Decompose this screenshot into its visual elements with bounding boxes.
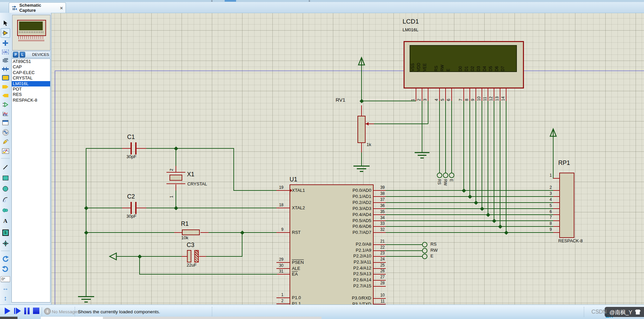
schematic-canvas[interactable]: LCD1 LM016L U1 X1 CRYSTAL C1 30pF C2 30p… bbox=[0, 0, 644, 305]
wire[interactable] bbox=[386, 244, 422, 245]
pin[interactable] bbox=[122, 148, 131, 149]
device-item-selected[interactable]: LM016L bbox=[12, 81, 50, 86]
pin[interactable] bbox=[416, 88, 416, 101]
wire[interactable] bbox=[361, 65, 362, 101]
pot-body[interactable] bbox=[357, 116, 366, 143]
capacitor-plate[interactable] bbox=[135, 202, 137, 214]
pin[interactable] bbox=[374, 214, 386, 215]
crystal-plate[interactable] bbox=[166, 183, 185, 184]
wire[interactable] bbox=[86, 148, 86, 297]
wire[interactable] bbox=[422, 101, 422, 152]
wire[interactable] bbox=[386, 214, 553, 215]
junction-dot-mode-button[interactable] bbox=[1, 39, 10, 47]
graph-mode-button[interactable] bbox=[1, 100, 10, 109]
signal-terminal-e[interactable] bbox=[422, 254, 427, 259]
pin[interactable] bbox=[137, 148, 146, 149]
pin[interactable] bbox=[374, 202, 386, 203]
device-item[interactable]: CAP-ELEC bbox=[12, 70, 50, 75]
2d-circle-button[interactable] bbox=[1, 184, 10, 193]
overview-preview[interactable] bbox=[12, 15, 50, 50]
power-terminal[interactable] bbox=[357, 57, 366, 66]
crystal-body[interactable] bbox=[169, 175, 182, 181]
wire[interactable] bbox=[494, 101, 494, 221]
pin[interactable] bbox=[277, 274, 290, 275]
pin[interactable] bbox=[553, 232, 559, 233]
rp1-body[interactable] bbox=[559, 173, 574, 238]
selection-mode-button[interactable] bbox=[1, 19, 10, 28]
pin[interactable] bbox=[422, 88, 422, 101]
wire[interactable] bbox=[553, 136, 554, 179]
signal-terminal-rs[interactable] bbox=[422, 242, 427, 247]
capacitor-plate[interactable] bbox=[130, 202, 132, 214]
wire[interactable] bbox=[361, 101, 416, 101]
flip-vertical-button[interactable]: ↕ bbox=[1, 294, 10, 303]
wire[interactable] bbox=[146, 208, 276, 208]
device-item[interactable]: AT89C51 bbox=[12, 59, 50, 64]
wire[interactable] bbox=[506, 101, 506, 233]
pin[interactable] bbox=[176, 184, 176, 190]
pin[interactable] bbox=[553, 208, 559, 209]
cap-elec-plate[interactable] bbox=[187, 250, 191, 262]
wire[interactable] bbox=[139, 274, 277, 275]
wire[interactable] bbox=[176, 190, 176, 208]
wire[interactable] bbox=[469, 101, 470, 197]
device-pin-mode-button[interactable] bbox=[1, 91, 10, 100]
pin[interactable] bbox=[122, 208, 131, 208]
pin[interactable] bbox=[463, 88, 464, 101]
pin[interactable] bbox=[451, 88, 452, 101]
wire[interactable] bbox=[386, 202, 553, 203]
voltage-probe-mode-button[interactable] bbox=[1, 137, 10, 146]
wire[interactable] bbox=[374, 123, 428, 124]
2d-closed-path-button[interactable] bbox=[1, 206, 10, 215]
wire[interactable] bbox=[242, 232, 242, 257]
pin[interactable] bbox=[276, 262, 290, 263]
wire[interactable] bbox=[439, 101, 440, 173]
wire[interactable] bbox=[86, 148, 122, 149]
play-button[interactable] bbox=[5, 308, 10, 314]
signal-terminal-rw[interactable] bbox=[422, 248, 427, 253]
pin[interactable] bbox=[445, 88, 446, 101]
wire[interactable] bbox=[482, 101, 482, 209]
wire[interactable] bbox=[386, 190, 553, 191]
device-item[interactable]: RESPACK-8 bbox=[12, 98, 50, 103]
2d-symbol-button[interactable]: S bbox=[1, 228, 10, 237]
info-icon[interactable]: i bbox=[44, 308, 51, 315]
wire[interactable] bbox=[206, 256, 242, 257]
device-item[interactable]: CAP bbox=[12, 64, 50, 70]
wire[interactable] bbox=[445, 101, 446, 173]
2d-box-button[interactable] bbox=[1, 174, 10, 182]
wire[interactable] bbox=[361, 152, 362, 166]
wire[interactable] bbox=[386, 208, 553, 209]
bus-mode-button[interactable] bbox=[1, 65, 10, 73]
pin[interactable] bbox=[553, 220, 559, 221]
instrument-mode-button[interactable] bbox=[1, 147, 10, 155]
pin[interactable] bbox=[361, 105, 362, 116]
signal-terminal-rs[interactable] bbox=[437, 173, 442, 178]
stop-button[interactable] bbox=[33, 308, 39, 314]
wire[interactable] bbox=[146, 148, 234, 149]
wire[interactable] bbox=[233, 190, 276, 191]
active-popup-mode-button[interactable] bbox=[1, 118, 10, 127]
pin[interactable] bbox=[199, 256, 206, 257]
pin[interactable] bbox=[500, 88, 500, 101]
cap-elec-plate-hatched[interactable] bbox=[194, 250, 199, 262]
wire[interactable] bbox=[117, 256, 182, 257]
pin[interactable] bbox=[439, 88, 440, 101]
resistor-body[interactable] bbox=[182, 229, 200, 235]
wire[interactable] bbox=[476, 101, 476, 203]
device-item[interactable]: CRYSTAL bbox=[12, 75, 50, 81]
wire[interactable] bbox=[428, 101, 428, 124]
devices-list[interactable]: AT89C51 CAP CAP-ELEC CRYSTAL LM016L POT … bbox=[11, 59, 50, 303]
step-button[interactable] bbox=[14, 308, 21, 314]
wire[interactable] bbox=[463, 101, 464, 191]
pin[interactable] bbox=[553, 226, 559, 227]
pin[interactable] bbox=[476, 88, 476, 101]
wire[interactable] bbox=[386, 220, 553, 221]
pin[interactable] bbox=[176, 166, 176, 172]
2d-text-button[interactable]: A bbox=[1, 217, 10, 225]
wire[interactable] bbox=[86, 208, 122, 208]
power-terminal[interactable] bbox=[549, 128, 557, 137]
ground-symbol[interactable] bbox=[353, 166, 370, 167]
signal-terminal-e[interactable] bbox=[449, 173, 454, 178]
pin[interactable] bbox=[374, 232, 386, 233]
